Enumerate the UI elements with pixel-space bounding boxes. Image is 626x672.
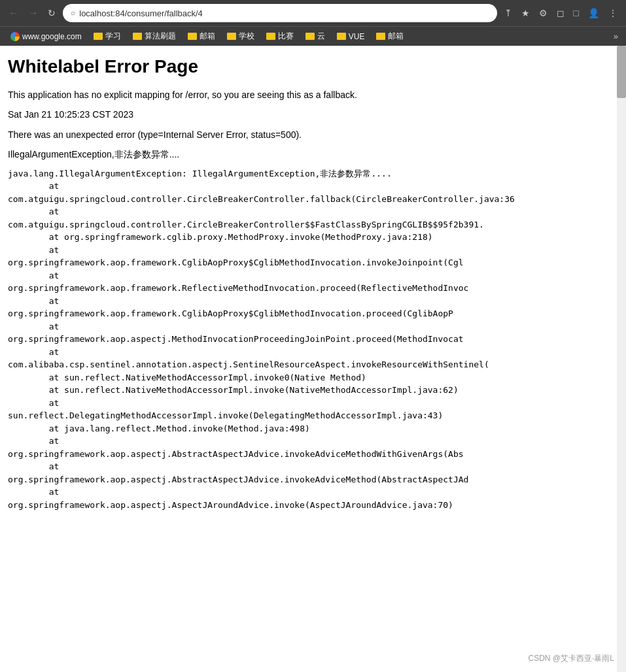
bookmark-study[interactable]: 学习 <box>88 29 126 44</box>
folder-icon <box>188 33 197 40</box>
window-button[interactable]: □ <box>570 7 582 20</box>
scrollbar-track[interactable] <box>617 46 626 672</box>
bookmark-algo-label: 算法刷题 <box>145 31 176 42</box>
bookmark-vue-label: VUE <box>349 32 365 41</box>
address-lock-icon: ○ <box>71 8 75 18</box>
bookmark-mail1-label: 邮箱 <box>200 31 215 42</box>
browser-chrome: ← → ↻ ○ localhost:84/consumer/fallback/4… <box>0 0 626 46</box>
bookmark-algo[interactable]: 算法刷题 <box>128 29 181 44</box>
bookmark-mail1[interactable]: 邮箱 <box>183 29 220 44</box>
browser-toolbar: ← → ↻ ○ localhost:84/consumer/fallback/4… <box>0 0 626 26</box>
bookmark-google-label: www.google.com <box>22 32 82 41</box>
folder-icon <box>227 33 236 40</box>
refresh-button[interactable]: ↻ <box>44 7 59 20</box>
forward-button[interactable]: → <box>25 6 42 20</box>
bookmark-google[interactable]: www.google.com <box>5 30 87 43</box>
toolbar-actions: ⤒ ★ ⚙ ◻ □ 👤 ⋮ <box>501 7 621 20</box>
folder-icon <box>337 33 346 40</box>
error-description: This application has no explicit mapping… <box>8 88 618 102</box>
folder-icon <box>94 33 103 40</box>
error-timestamp: Sat Jan 21 10:25:23 CST 2023 <box>8 107 618 122</box>
bookmark-button[interactable]: ★ <box>518 7 533 20</box>
scrollbar-thumb[interactable] <box>617 46 626 98</box>
bookmark-cloud-label: 云 <box>317 31 325 42</box>
more-bookmarks-button[interactable]: » <box>611 30 621 42</box>
extensions-button[interactable]: ⚙ <box>536 7 551 20</box>
nav-buttons: ← → ↻ <box>5 6 59 20</box>
share-button[interactable]: ⤒ <box>501 7 515 20</box>
error-body: This application has no explicit mapping… <box>8 88 618 511</box>
bookmark-school[interactable]: 学校 <box>222 29 260 44</box>
google-favicon-icon <box>10 32 20 41</box>
bookmark-vue[interactable]: VUE <box>332 30 370 43</box>
bookmark-contest[interactable]: 比赛 <box>261 29 299 44</box>
bookmark-study-label: 学习 <box>105 31 121 42</box>
sidebar-button[interactable]: ◻ <box>553 7 568 20</box>
back-button[interactable]: ← <box>5 6 22 20</box>
bookmark-contest-label: 比赛 <box>278 31 294 42</box>
main-content: Whitelabel Error Page This application h… <box>0 46 626 672</box>
watermark: CSDN @艾卡西亚·暴雨L <box>528 653 614 664</box>
profile-button[interactable]: 👤 <box>585 7 602 20</box>
address-bar[interactable]: ○ localhost:84/consumer/fallback/4 <box>63 4 497 22</box>
error-type: IllegalArgumentException,非法参数异常.... <box>8 147 618 161</box>
folder-icon <box>266 33 275 40</box>
folder-icon <box>133 33 142 40</box>
folder-icon <box>376 33 385 40</box>
bookmark-mail2-label: 邮箱 <box>388 31 404 42</box>
bookmark-school-label: 学校 <box>239 31 254 42</box>
bookmark-mail2[interactable]: 邮箱 <box>371 29 409 44</box>
menu-button[interactable]: ⋮ <box>605 7 621 20</box>
bookmarks-bar: www.google.com 学习 算法刷题 邮箱 学校 比赛 云 <box>0 26 626 46</box>
stack-trace: java.lang.IllegalArgumentException: Ille… <box>8 167 618 512</box>
error-summary: There was an unexpected error (type=Inte… <box>8 127 618 142</box>
page-title: Whitelabel Error Page <box>8 56 618 77</box>
folder-icon <box>305 33 315 40</box>
bookmark-cloud[interactable]: 云 <box>300 29 330 44</box>
address-text: localhost:84/consumer/fallback/4 <box>79 8 489 18</box>
